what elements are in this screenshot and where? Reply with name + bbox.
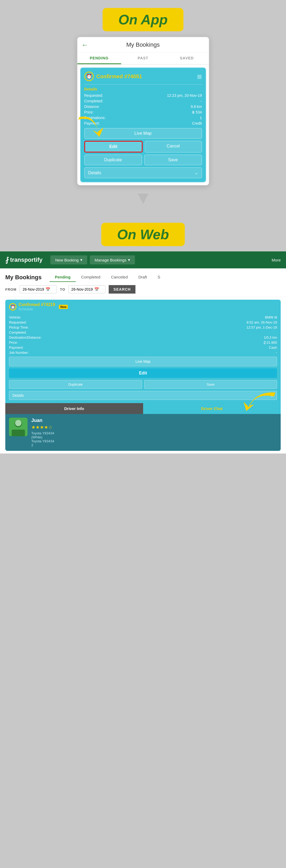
details-label: Details [84,87,202,91]
phone-title: My Bookings [126,41,160,48]
phone-tabs: PENDING PAST SAVED [77,53,209,65]
web-card-confirmed: Confirmed #74219 [19,302,55,307]
web-tab-draft[interactable]: Draft [133,273,152,282]
driver-vehicle3: Toyota Y83434 [31,439,54,443]
calendar-icon: 📅 [94,287,99,291]
section-connector-arrow [0,186,286,212]
web-duplicate-button[interactable]: Duplicate [9,380,142,389]
detail-val: 9.8 km [191,104,202,109]
clock-icon: ⏰ [9,303,17,311]
from-label: FROM [5,287,17,291]
calendar-icon: 📅 [45,287,50,291]
web-edit-text: Edit [139,371,147,375]
detail-row-completed: Completed: - [84,99,202,103]
from-date-value: 26-Nov-2019 [23,287,44,291]
app-card-wrapper: ← My Bookings PENDING PAST SAVED ⏰ Confi… [77,37,210,186]
web-row-vehicle: Vehicle: BMW i8 [9,315,277,319]
duplicate-save-row: Duplicate Save [84,155,202,165]
tab-past[interactable]: PAST [121,53,165,64]
detail-row-requested: Requested: 12:23 pm, 20-Nov-19 [84,93,202,98]
web-details-label: Details [12,393,24,398]
web-tab-s[interactable]: S [152,273,166,282]
search-button[interactable]: SEARCH [109,285,135,293]
web-booking-card: ⏰ Confirmed #74219 Schedule New Vehicle:… [5,300,281,451]
web-details-toggle-button[interactable]: Details ⌄ [9,391,277,400]
card-header-row: ⏰ Confirmed #74051 ▦ [84,72,202,81]
driver-name: Juan [31,418,54,423]
duplicate-button[interactable]: Duplicate [84,155,142,165]
web-section: On Web ⨏ transportify New Booking ▾ Mana… [0,215,286,454]
to-date-input[interactable]: 26-Nov-2019 📅 [68,285,105,293]
details-toggle-button[interactable]: Details ⌄ [84,167,202,178]
web-tabs: Pending Completed Canceled Draft S [50,273,166,282]
driver-info-tab[interactable]: Driver Info [5,403,143,414]
web-row-dest: Destination/Distance: 1/0,3 km [9,336,277,339]
web-dup-save-row: Duplicate Save [9,380,277,389]
on-web-label-container: On Web [0,215,286,251]
phone-frame: ← My Bookings PENDING PAST SAVED ⏰ Confi… [77,37,210,186]
detail-val: 1 [200,116,202,120]
tab-pending[interactable]: PENDING [77,53,121,64]
new-badge: New [59,305,68,309]
web-bookings-header: My Bookings Pending Completed Canceled D… [0,268,286,282]
web-edit-button[interactable]: Edit [9,368,277,378]
web-row-pickup: Pickup Time: 12:57 pm, 1-Dec-19 [9,326,277,330]
web-filter-row: FROM 26-Nov-2019 📅 TO 26-Nov-2019 📅 SEAR… [0,282,286,297]
save-button[interactable]: Save [144,155,202,165]
web-tab-canceled[interactable]: Canceled [106,273,133,282]
web-row-requested: Requested: 9:52 am, 26-Nov-19 [9,320,277,324]
web-bookings-title: My Bookings [5,274,42,281]
web-card-top: ⏰ Confirmed #74219 Schedule New [5,300,281,314]
on-web-label: On Web [101,223,185,246]
card-status: ⏰ Confirmed #74051 [84,72,142,81]
live-map-text: Live Map [134,131,152,135]
web-live-map-button[interactable]: Live Map [9,357,277,366]
chevron-down-icon: ▾ [80,257,83,262]
web-row-jobnumber: Job Number: - [9,350,277,354]
nav-logo: ⨏ transportify [5,256,42,264]
driver-stars: ★★★★☆ [31,424,54,430]
manage-bookings-button[interactable]: Manage Bookings ▾ [90,255,135,265]
on-app-label: On App [103,8,184,31]
new-booking-label: New Booking [55,258,78,262]
cancel-button[interactable]: Cancel [145,141,202,153]
chevron-down-icon: ▾ [128,257,130,262]
web-row-completed: Completed: [9,331,277,334]
edit-text: Edit [109,144,117,149]
web-tab-completed[interactable]: Completed [76,273,106,282]
yellow-arrow-edit-app [74,112,106,145]
detail-key: Distance: [84,104,100,109]
web-nav: ⨏ transportify New Booking ▾ Manage Book… [0,251,286,268]
tab-saved[interactable]: SAVED [165,53,209,64]
svg-rect-3 [12,430,25,436]
manage-bookings-label: Manage Bookings [95,258,126,262]
chevron-down-icon: ⌄ [195,170,198,175]
driver-info-panel: Juan ★★★★☆ Toyota Y83434 (White) Toyota … [5,414,281,451]
svg-point-4 [15,420,22,426]
web-live-map-text: Live Map [135,359,151,364]
web-save-button[interactable]: Save [144,380,277,389]
web-tab-pending[interactable]: Pending [50,273,76,282]
new-booking-button[interactable]: New Booking ▾ [50,255,87,265]
driver-vehicle2: (White) [31,435,54,439]
detail-val: 12:23 pm, 20-Nov-19 [167,93,202,98]
web-content: My Bookings Pending Completed Canceled D… [0,268,286,454]
logo-text: transportify [10,256,42,264]
detail-key: Completed: [84,99,103,103]
logo-t: ⨏ [5,256,9,264]
details-toggle-label: Details [88,170,101,175]
from-date-input[interactable]: 26-Nov-2019 📅 [20,285,57,293]
detail-val: ฿ 534 [192,110,202,114]
more-button[interactable]: More [272,258,281,262]
web-row-price: Price: ₫ 21.900 [9,341,277,344]
card-divider [84,84,202,85]
copy-icon[interactable]: ▦ [197,73,202,80]
driver-info-tab-label: Driver Info [64,406,84,411]
web-card-container: ⏰ Confirmed #74219 Schedule New Vehicle:… [0,297,286,454]
back-arrow-icon[interactable]: ← [82,41,89,49]
clock-icon: ⏰ [84,72,94,81]
svg-marker-0 [138,194,149,204]
driver-vehicle1: Toyota Y83434 [31,431,54,435]
detail-row-distance: Distance: 9.8 km [84,104,202,109]
driver-number: 2 [31,443,54,447]
